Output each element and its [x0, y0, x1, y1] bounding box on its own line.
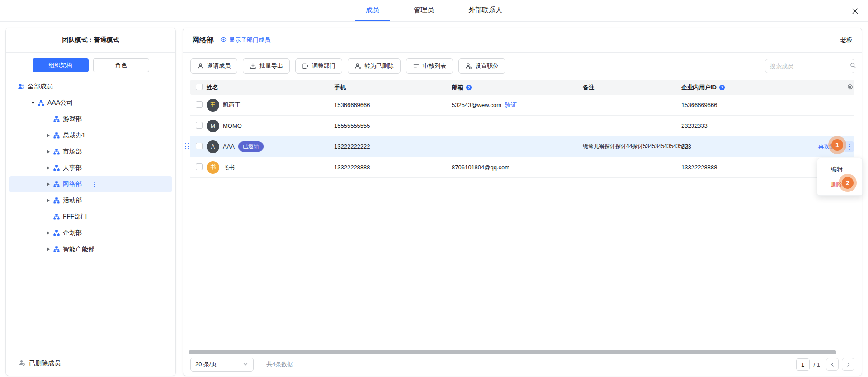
org-icon — [53, 246, 60, 253]
role-button[interactable]: 角色 — [93, 58, 149, 72]
tree-item-hr-dept[interactable]: 人事部 — [9, 160, 172, 176]
row-checkbox[interactable] — [196, 163, 203, 170]
row-more-icon[interactable] — [844, 141, 854, 152]
org-icon — [53, 197, 60, 204]
select-all-checkbox[interactable] — [196, 84, 203, 90]
tree-item-label: 人事部 — [63, 164, 82, 172]
search-icon — [849, 62, 856, 70]
member-row[interactable]: 书 飞书 13322228888 8706101804@qq.com 13322… — [190, 157, 854, 178]
annotation-step-2: 2 — [842, 177, 854, 189]
tab-admins[interactable]: 管理员 — [403, 0, 445, 21]
chevron-collapsed-icon[interactable] — [45, 231, 52, 235]
avatar: M — [207, 120, 219, 132]
batch-export-button[interactable]: 批量导出 — [243, 58, 290, 74]
search-input[interactable] — [770, 63, 849, 70]
tree-item-network-dept-selected[interactable]: 网络部 — [9, 176, 172, 192]
chevron-collapsed-icon[interactable] — [45, 150, 52, 154]
member-name: 飞书 — [223, 163, 235, 172]
team-mode-title: 团队模式：普通模式 — [6, 28, 175, 52]
page-size-select[interactable]: 20 条/页 — [190, 358, 254, 372]
verify-email-link[interactable]: 验证 — [505, 102, 517, 108]
page-number-input[interactable] — [796, 358, 810, 371]
context-menu-delete[interactable]: 删除 — [817, 177, 862, 192]
org-structure-button[interactable]: 组织架构 — [33, 58, 89, 72]
tree-item-market-dept[interactable]: 市场部 — [9, 144, 172, 160]
row-context-menu: 编辑 删除 — [817, 158, 863, 196]
tab-members[interactable]: 成员 — [355, 0, 390, 21]
row-checkbox[interactable] — [196, 122, 203, 129]
review-list-button[interactable]: 审核列表 — [406, 58, 453, 74]
annotation-step-1: 1 — [831, 139, 843, 151]
member-row[interactable]: M MOMO 15555555555 23232333 — [190, 116, 854, 136]
prev-page-button[interactable] — [826, 358, 839, 371]
next-page-button[interactable] — [842, 358, 854, 371]
member-panel: 网络部 显示子部门成员 老板 邀请成员 批量导出 调整部门 转为已删除 审 — [183, 28, 862, 376]
invite-member-button[interactable]: 邀请成员 — [190, 58, 237, 74]
org-icon — [53, 132, 60, 139]
eye-icon — [220, 36, 227, 44]
tree-item-smart-capacity-dept[interactable]: 智能产能部 — [9, 241, 172, 257]
column-header-userid: 企业内用户ID? — [681, 84, 808, 92]
tree-item-label: 网络部 — [63, 180, 82, 188]
show-subdept-toggle[interactable]: 显示子部门成员 — [220, 36, 270, 44]
tree-item-fff-dept[interactable]: FFF部门 — [9, 209, 172, 225]
drag-handle-icon[interactable] — [185, 143, 189, 149]
tree-item-label: 活动部 — [63, 196, 82, 205]
member-remark: 绕弯儿翁探讨探讨44探讨534534543543543 — [583, 143, 681, 150]
tree-item-all-members[interactable]: 全部成员 — [9, 79, 172, 95]
chevron-collapsed-icon[interactable] — [45, 134, 52, 137]
row-checkbox[interactable] — [196, 101, 203, 108]
chevron-down-icon — [242, 361, 249, 368]
chevron-collapsed-icon[interactable] — [45, 166, 52, 170]
role-label: 老板 — [840, 36, 853, 44]
avatar: A — [207, 140, 219, 153]
chevron-collapsed-icon[interactable] — [45, 199, 52, 202]
tree-item-game-dept[interactable]: 游戏部 — [9, 111, 172, 127]
tree-item-label: 智能产能部 — [63, 245, 94, 253]
member-search — [765, 59, 854, 73]
member-row-hovered[interactable]: A AAA 已邀请 13222222222 绕弯儿翁探讨探讨44探讨534534… — [190, 136, 854, 157]
member-email: 532543@wew.com — [452, 102, 501, 108]
move-to-deleted-button[interactable]: 转为已删除 — [348, 58, 401, 74]
org-sidebar: 团队模式：普通模式 组织架构 角色 全部成员 AAA公司 游戏部 — [5, 28, 176, 376]
member-toolbar: 邀请成员 批量导出 调整部门 转为已删除 审核列表 设置职位 — [190, 58, 854, 74]
member-userid: 15366669666 — [681, 102, 808, 108]
tree-item-planning-dept[interactable]: 企划部 — [9, 225, 172, 241]
close-icon[interactable] — [850, 6, 860, 16]
table-header-row: 姓名 手机 邮箱? 备注 企业内用户ID? — [190, 80, 854, 95]
deleted-members-link[interactable]: 已删除成员 — [19, 359, 61, 368]
top-tab-bar: 成员 管理员 外部联系人 — [0, 0, 868, 22]
context-menu-edit[interactable]: 编辑 — [817, 162, 862, 177]
column-settings-gear-icon[interactable] — [847, 84, 854, 92]
adjust-department-button[interactable]: 调整部门 — [295, 58, 342, 74]
people-group-icon — [18, 83, 25, 90]
org-icon — [38, 99, 45, 107]
help-icon[interactable]: ? — [719, 84, 725, 91]
tree-item-aaa-company[interactable]: AAA公司 — [9, 95, 172, 111]
chevron-right-icon — [845, 362, 851, 368]
total-pages-label: / 1 — [814, 361, 820, 368]
tree-item-label: 游戏部 — [63, 115, 82, 123]
set-position-button[interactable]: 设置职位 — [458, 58, 505, 74]
horizontal-scrollbar[interactable] — [189, 350, 836, 354]
help-icon[interactable]: ? — [466, 84, 472, 91]
chevron-left-icon — [830, 362, 835, 368]
tree-item-activity-dept[interactable]: 活动部 — [9, 192, 172, 209]
member-row[interactable]: 王 凯西王 15366669666 532543@wew.com验证 15366… — [190, 95, 854, 116]
column-header-name: 姓名 — [207, 84, 334, 92]
chevron-expanded-icon[interactable] — [29, 102, 37, 104]
org-icon — [53, 164, 60, 172]
deleted-members-label: 已删除成员 — [29, 359, 61, 368]
member-name: MOMO — [223, 122, 242, 129]
chevron-collapsed-icon[interactable] — [45, 247, 52, 251]
tree-more-icon[interactable] — [94, 182, 95, 187]
tree-item-label: 市场部 — [63, 148, 82, 156]
person-gear-icon — [465, 63, 472, 70]
tree-item-ceo-office[interactable]: 总裁办1 — [9, 127, 172, 144]
column-header-phone: 手机 — [334, 84, 452, 92]
total-count-label: 共4条数据 — [266, 360, 293, 368]
row-checkbox[interactable] — [196, 143, 203, 149]
pagination-bar: 20 条/页 共4条数据 / 1 — [190, 357, 854, 372]
tab-external-contacts[interactable]: 外部联系人 — [458, 0, 513, 21]
chevron-collapsed-icon[interactable] — [45, 182, 52, 186]
